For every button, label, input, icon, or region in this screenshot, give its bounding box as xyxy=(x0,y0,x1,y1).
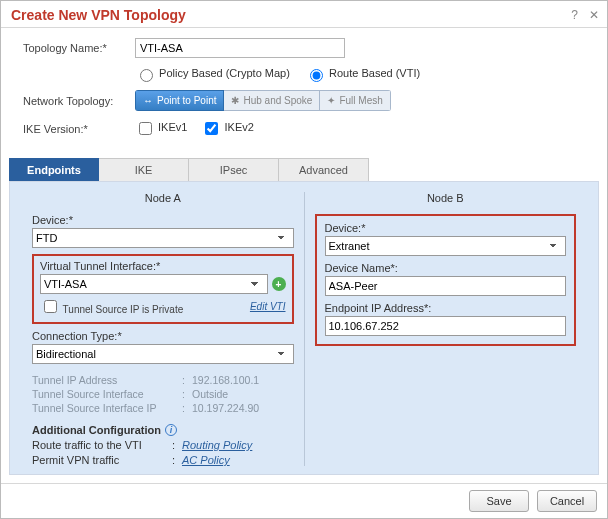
node-b-box: Device:* Extranet Device Name*: Endpoint… xyxy=(315,214,577,346)
endpoint-ip-input[interactable] xyxy=(325,316,567,336)
tunnel-private-text: Tunnel Source IP is Private xyxy=(63,304,184,315)
route-traffic-label: Route traffic to the VTI xyxy=(32,439,172,451)
vti-label: Virtual Tunnel Interface:* xyxy=(40,260,286,272)
tab-endpoints[interactable]: Endpoints xyxy=(9,158,99,181)
node-a-title: Node A xyxy=(32,192,294,204)
tunnel-ip-label: Tunnel IP Address xyxy=(32,374,182,386)
device-name-label: Device Name*: xyxy=(325,262,567,274)
tunnel-src-if-label: Tunnel Source Interface xyxy=(32,388,182,400)
topology-name-label: Topology Name:* xyxy=(23,42,135,54)
policy-based-radio[interactable] xyxy=(140,69,153,82)
tunnel-src-if-value: Outside xyxy=(192,388,228,400)
topology-name-input[interactable] xyxy=(135,38,345,58)
permit-vpn-label: Permit VPN traffic xyxy=(32,454,172,466)
vpn-topology-dialog: Create New VPN Topology ? ✕ Topology Nam… xyxy=(0,0,608,519)
node-b-device-label: Device:* xyxy=(325,222,567,234)
vti-select[interactable]: VTI-ASA xyxy=(40,274,268,294)
edit-vti-link[interactable]: Edit VTI xyxy=(250,301,286,312)
topology-full-button: ✦ Full Mesh xyxy=(320,90,390,111)
topology-segmented: ↔ Point to Point ✱ Hub and Spoke ✦ Full … xyxy=(135,90,391,111)
tunnel-src-ip-label: Tunnel Source Interface IP xyxy=(32,402,182,414)
node-a-device-label: Device:* xyxy=(32,214,294,226)
ikev1-checkbox[interactable] xyxy=(139,122,152,135)
add-vti-icon[interactable]: + xyxy=(272,277,286,291)
hub-icon: ✱ xyxy=(231,95,239,106)
save-button[interactable]: Save xyxy=(469,490,529,512)
tunnel-private-label[interactable]: Tunnel Source IP is Private xyxy=(40,297,183,316)
tunnel-private-checkbox[interactable] xyxy=(44,300,57,313)
additional-config: Additional Configuration i Route traffic… xyxy=(32,424,294,466)
full-label: Full Mesh xyxy=(339,95,382,106)
tunnel-src-ip-row: Tunnel Source Interface IP: 10.197.224.9… xyxy=(32,402,294,414)
topology-p2p-button[interactable]: ↔ Point to Point xyxy=(135,90,224,111)
tab-advanced[interactable]: Advanced xyxy=(279,158,369,181)
route-based-radio[interactable] xyxy=(310,69,323,82)
tabs: Endpoints IKE IPsec Advanced xyxy=(9,158,607,181)
device-name-input[interactable] xyxy=(325,276,567,296)
tunnel-ip-value: 192.168.100.1 xyxy=(192,374,259,386)
node-a-vti-box: Virtual Tunnel Interface:* VTI-ASA + Tun… xyxy=(32,254,294,324)
ikev2-label[interactable]: IKEv2 xyxy=(201,119,253,138)
help-icon[interactable]: ? xyxy=(571,8,578,22)
endpoints-panel: Node A Device:* FTD Virtual Tunnel Inter… xyxy=(9,181,599,475)
route-based-text: Route Based (VTI) xyxy=(329,67,420,79)
ikev1-label[interactable]: IKEv1 xyxy=(135,119,187,138)
node-b-title: Node B xyxy=(315,192,577,204)
form-upper: Topology Name:* Policy Based (Crypto Map… xyxy=(1,28,607,152)
tunnel-src-ip-value: 10.197.224.90 xyxy=(192,402,259,414)
ikev1-text: IKEv1 xyxy=(158,121,187,133)
dialog-footer: Save Cancel xyxy=(1,483,607,518)
node-a-column: Node A Device:* FTD Virtual Tunnel Inter… xyxy=(22,192,304,466)
cancel-button[interactable]: Cancel xyxy=(537,490,597,512)
ac-policy-link[interactable]: AC Policy xyxy=(182,454,230,466)
network-topology-label: Network Topology: xyxy=(23,95,135,107)
tab-ipsec[interactable]: IPsec xyxy=(189,158,279,181)
routing-policy-link[interactable]: Routing Policy xyxy=(182,439,252,451)
ikev2-checkbox[interactable] xyxy=(205,122,218,135)
info-icon[interactable]: i xyxy=(165,424,177,436)
dialog-titlebar: Create New VPN Topology ? ✕ xyxy=(1,1,607,28)
tunnel-src-if-row: Tunnel Source Interface: Outside xyxy=(32,388,294,400)
route-based-radio-label[interactable]: Route Based (VTI) xyxy=(305,67,420,79)
connection-type-select[interactable]: Bidirectional xyxy=(32,344,294,364)
ikev2-text: IKEv2 xyxy=(224,121,253,133)
node-b-column: Node B Device:* Extranet Device Name*: E… xyxy=(304,192,587,466)
hub-label: Hub and Spoke xyxy=(243,95,312,106)
ike-version-label: IKE Version:* xyxy=(23,123,135,135)
connection-type-label: Connection Type:* xyxy=(32,330,294,342)
policy-based-text: Policy Based (Crypto Map) xyxy=(159,67,290,79)
close-icon[interactable]: ✕ xyxy=(589,8,599,22)
full-icon: ✦ xyxy=(327,95,335,106)
tunnel-ip-row: Tunnel IP Address: 192.168.100.1 xyxy=(32,374,294,386)
additional-config-header: Additional Configuration xyxy=(32,424,161,436)
node-b-device-select[interactable]: Extranet xyxy=(325,236,567,256)
endpoint-ip-label: Endpoint IP Address*: xyxy=(325,302,567,314)
topology-hub-button: ✱ Hub and Spoke xyxy=(224,90,320,111)
node-a-device-select[interactable]: FTD xyxy=(32,228,294,248)
tab-ike[interactable]: IKE xyxy=(99,158,189,181)
p2p-icon: ↔ xyxy=(143,95,153,106)
dialog-title: Create New VPN Topology xyxy=(11,7,186,23)
p2p-label: Point to Point xyxy=(157,95,216,106)
policy-based-radio-label[interactable]: Policy Based (Crypto Map) xyxy=(135,67,293,79)
